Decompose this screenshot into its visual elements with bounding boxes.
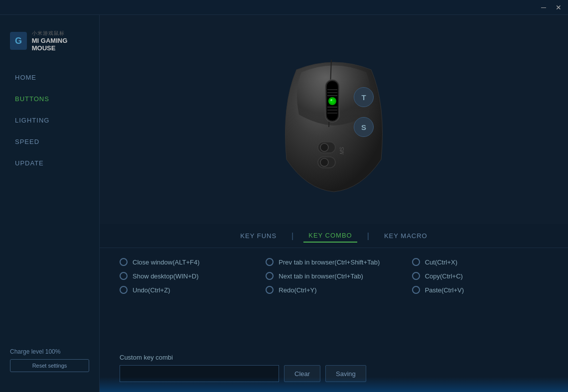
- tab-key-macro[interactable]: KEY MACRO: [379, 230, 432, 242]
- minimize-button[interactable]: ─: [538, 2, 549, 13]
- sidebar-item-speed[interactable]: SPEED: [0, 131, 99, 152]
- sidebar-item-lighting[interactable]: LIGHTING: [0, 110, 99, 131]
- window-controls: ─ ✕: [538, 2, 564, 13]
- option-next-tab[interactable]: Next tab in browser(Ctrl+Tab): [266, 272, 402, 280]
- logo-subtitle: 小米游戏鼠标: [32, 30, 89, 37]
- radio-undo[interactable]: [120, 286, 128, 294]
- title-bar: ─ ✕: [0, 0, 568, 15]
- sidebar-item-buttons[interactable]: BUTTONS: [0, 88, 99, 110]
- option-copy[interactable]: Copy(Ctrl+C): [412, 272, 548, 280]
- option-prev-tab[interactable]: Prev tab in browser(Ctrl+Shift+Tab): [266, 258, 402, 266]
- marker-t: T: [354, 87, 374, 107]
- option-close-window-label: Close window(ALT+F4): [133, 259, 200, 266]
- logo-icon: G: [10, 32, 27, 50]
- option-undo[interactable]: Undo(Ctrl+Z): [120, 286, 256, 294]
- option-undo-label: Undo(Ctrl+Z): [133, 286, 170, 294]
- reset-settings-button[interactable]: Reset settings: [10, 359, 89, 372]
- svg-point-12: [320, 143, 328, 151]
- sidebar-item-update[interactable]: UPDATE: [0, 152, 99, 174]
- option-prev-tab-label: Prev tab in browser(Ctrl+Shift+Tab): [279, 259, 380, 266]
- radio-copy[interactable]: [412, 272, 420, 280]
- option-close-window[interactable]: Close window(ALT+F4): [120, 258, 256, 266]
- option-show-desktop[interactable]: Show desktop(WIN+D): [120, 272, 256, 280]
- tab-key-funs[interactable]: KEY FUNS: [235, 230, 282, 242]
- option-paste[interactable]: Paste(Ctrl+V): [412, 286, 548, 294]
- option-show-desktop-label: Show desktop(WIN+D): [133, 272, 199, 280]
- main-content: MS T S KEY FUNS | KEY COMBO | KEY MACRO: [100, 15, 568, 392]
- logo-area: G 小米游戏鼠标 MI GAMING MOUSE: [0, 25, 99, 67]
- option-paste-label: Paste(Ctrl+V): [425, 286, 464, 294]
- radio-next-tab[interactable]: [266, 272, 274, 280]
- logo-text: 小米游戏鼠标 MI GAMING MOUSE: [32, 30, 89, 52]
- tab-bar: KEY FUNS | KEY COMBO | KEY MACRO: [100, 224, 568, 248]
- sidebar-bottom: Charge level 100% Reset settings: [0, 338, 99, 382]
- radio-redo[interactable]: [266, 286, 274, 294]
- sidebar: G 小米游戏鼠标 MI GAMING MOUSE HOME BUTTONS LI…: [0, 15, 100, 392]
- options-area: Close window(ALT+F4) Prev tab in browser…: [100, 248, 568, 346]
- radio-cut[interactable]: [412, 258, 420, 266]
- radio-paste[interactable]: [412, 286, 420, 294]
- clear-button[interactable]: Clear: [284, 365, 320, 382]
- custom-combo-section: Custom key combi Clear Saving: [100, 346, 568, 392]
- custom-combo-label: Custom key combi: [120, 354, 548, 361]
- saving-button[interactable]: Saving: [325, 365, 366, 382]
- mouse-display: MS T S: [100, 15, 568, 224]
- svg-point-14: [320, 158, 328, 166]
- custom-combo-input[interactable]: [120, 365, 279, 382]
- sidebar-item-home[interactable]: HOME: [0, 67, 99, 88]
- option-copy-label: Copy(Ctrl+C): [425, 272, 463, 280]
- marker-s: S: [354, 117, 374, 137]
- option-redo-label: Redo(Ctrl+Y): [279, 286, 316, 294]
- custom-input-row: Clear Saving: [120, 365, 548, 382]
- option-redo[interactable]: Redo(Ctrl+Y): [266, 286, 402, 294]
- mouse-visual: MS T S: [264, 42, 404, 197]
- close-button[interactable]: ✕: [553, 2, 564, 13]
- svg-point-4: [330, 99, 332, 101]
- option-next-tab-label: Next tab in browser(Ctrl+Tab): [279, 272, 363, 280]
- charge-level: Charge level 100%: [10, 348, 89, 355]
- mouse-svg: MS: [267, 45, 401, 194]
- app-container: G 小米游戏鼠标 MI GAMING MOUSE HOME BUTTONS LI…: [0, 15, 568, 392]
- option-cut-label: Cut(Ctrl+X): [425, 259, 457, 266]
- tab-key-combo[interactable]: KEY COMBO: [303, 229, 357, 243]
- options-grid: Close window(ALT+F4) Prev tab in browser…: [120, 258, 548, 294]
- radio-close-window[interactable]: [120, 258, 128, 266]
- radio-prev-tab[interactable]: [266, 258, 274, 266]
- logo-title: MI GAMING MOUSE: [32, 37, 89, 52]
- content-lower: KEY FUNS | KEY COMBO | KEY MACRO Close w…: [100, 224, 568, 392]
- option-cut[interactable]: Cut(Ctrl+X): [412, 258, 548, 266]
- svg-text:MS: MS: [339, 147, 345, 154]
- svg-point-3: [330, 99, 335, 104]
- radio-show-desktop[interactable]: [120, 272, 128, 280]
